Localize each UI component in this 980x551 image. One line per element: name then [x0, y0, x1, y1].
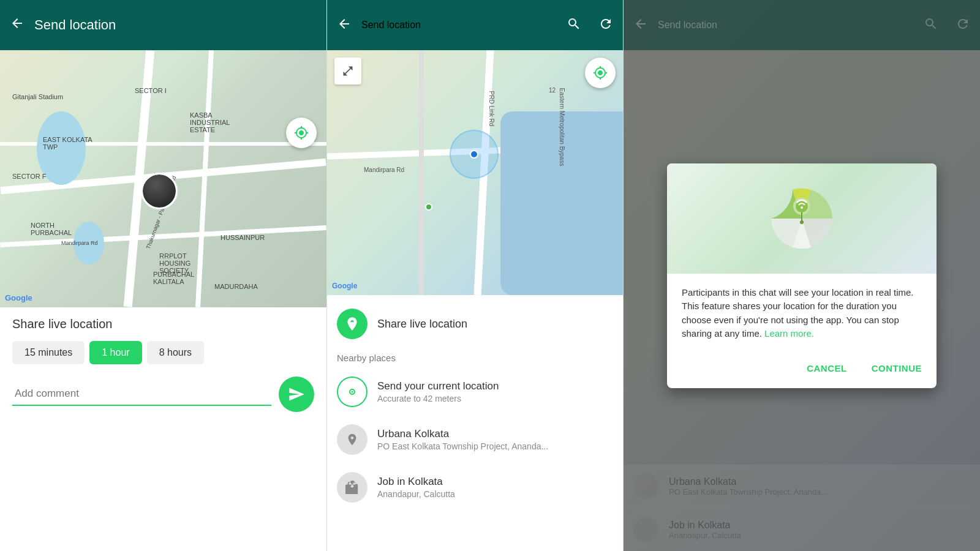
location-dot [470, 150, 478, 159]
live-location-modal: Participants in this chat will see your … [667, 163, 937, 388]
comment-input[interactable] [12, 383, 271, 406]
cancel-button[interactable]: CANCEL [802, 358, 852, 378]
gps-button-2[interactable] [585, 58, 616, 88]
green-marker [425, 203, 432, 211]
panel-send-location: Send location PRD Link Rd Eastern Metrop… [327, 0, 624, 551]
map-label-gitanjali: Gitanjali Stadium [12, 93, 63, 100]
map-label-madurdaha: MADURDAHA [214, 283, 258, 290]
refresh-button-2[interactable] [598, 17, 613, 34]
back-button-2[interactable] [337, 17, 352, 34]
time-options: 15 minutes 1 hour 8 hours [12, 341, 314, 364]
user-location-pin [141, 173, 178, 209]
panel-share-live-location: Send location Gitanjali Stadium SECTOR I… [0, 0, 327, 551]
modal-overlay: Participants in this chat will see your … [624, 0, 980, 551]
header-title-2: Send location [361, 20, 421, 31]
map-label-mandirpara: Mandirpara Rd [61, 240, 98, 246]
time-15min[interactable]: 15 minutes [12, 341, 85, 364]
send-button[interactable] [279, 377, 314, 412]
map-label-hussainpur: HUSSAINPUR [221, 234, 265, 241]
comment-area [12, 377, 314, 412]
location-list: Share live location Nearby places Send y… [327, 295, 623, 551]
panel-live-location-confirm: Send location [624, 0, 980, 551]
search-button-2[interactable] [567, 17, 581, 34]
location-item-0[interactable]: Send your current location Accurate to 4… [327, 368, 623, 416]
time-1hour[interactable]: 1 hour [89, 341, 141, 364]
current-location-info: Send your current location Accurate to 4… [377, 380, 499, 403]
header-bar-2: Send location [327, 0, 623, 50]
place-info-1: Urbana Kolkata PO East Kolkata Township … [377, 428, 548, 451]
modal-content: Participants in this chat will see your … [667, 274, 937, 353]
modal-illustration [667, 163, 937, 274]
place-info-2: Job in Kolkata Anandapur, Calcutta [377, 476, 455, 499]
map-area-2: PRD Link Rd Eastern Metropolitan Bypass … [327, 50, 623, 295]
share-live-title: Share live location [12, 317, 314, 331]
current-location-sub: Accurate to 42 meters [377, 394, 499, 403]
place-sub-1: PO East Kolkata Township Project, Ananda… [377, 441, 548, 451]
place-sub-2: Anandapur, Calcutta [377, 489, 455, 499]
map-label-sector-f: SECTOR F [12, 173, 46, 180]
share-live-icon [337, 309, 368, 339]
map-label-prd: PRD Link Rd [488, 91, 495, 127]
place-icon-1 [337, 424, 368, 455]
place-icon-2 [337, 472, 368, 503]
expand-map-button[interactable] [334, 58, 361, 84]
modal-actions: CANCEL CONTINUE [667, 353, 937, 388]
header-title-1: Send location [34, 17, 317, 33]
place-name-2: Job in Kolkata [377, 476, 455, 488]
share-section: Share live location 15 minutes 1 hour 8 … [0, 307, 326, 551]
map-label-sector1: SECTOR I [135, 87, 167, 94]
back-button-1[interactable] [10, 16, 24, 34]
continue-button[interactable]: CONTINUE [867, 358, 927, 378]
location-item-1[interactable]: Urbana Kolkata PO East Kolkata Township … [327, 416, 623, 463]
svg-point-6 [800, 220, 804, 224]
map-label-purbachal: PURBACHALKALITALA [153, 271, 194, 285]
location-accuracy-circle [450, 130, 499, 179]
nearby-header: Nearby places [327, 348, 623, 368]
current-location-name: Send your current location [377, 380, 499, 392]
map-label-north: NORTHPURBACHAL [31, 222, 72, 236]
modal-body-text: Participants in this chat will see your … [682, 287, 914, 339]
share-live-label: Share live location [377, 318, 467, 331]
current-location-icon [337, 377, 368, 407]
share-live-item[interactable]: Share live location [327, 300, 623, 348]
header-bar-1: Send location [0, 0, 326, 50]
learn-more-link[interactable]: Learn more. [764, 328, 814, 339]
google-logo-2: Google [332, 282, 357, 290]
location-item-2[interactable]: Job in Kolkata Anandapur, Calcutta [327, 463, 623, 511]
gps-button-1[interactable] [286, 118, 317, 148]
map-label-em-bypass: Eastern Metropolitan Bypass [559, 88, 565, 167]
map-label-12: 12 [549, 87, 556, 94]
map-label-mandirpara2: Mandirpara Rd [364, 167, 404, 173]
map-label-kasba: KASBAINDUSTRIALESTATE [190, 111, 230, 133]
place-name-1: Urbana Kolkata [377, 428, 548, 440]
time-8hours[interactable]: 8 hours [147, 341, 204, 364]
map-label-east-kolkata: EAST KOLKATATWP [43, 136, 92, 151]
google-logo-1: Google [5, 293, 32, 302]
map-area-1: Gitanjali Stadium SECTOR I KASBAINDUSTRI… [0, 50, 326, 307]
svg-point-5 [801, 206, 803, 209]
svg-point-2 [352, 391, 353, 393]
